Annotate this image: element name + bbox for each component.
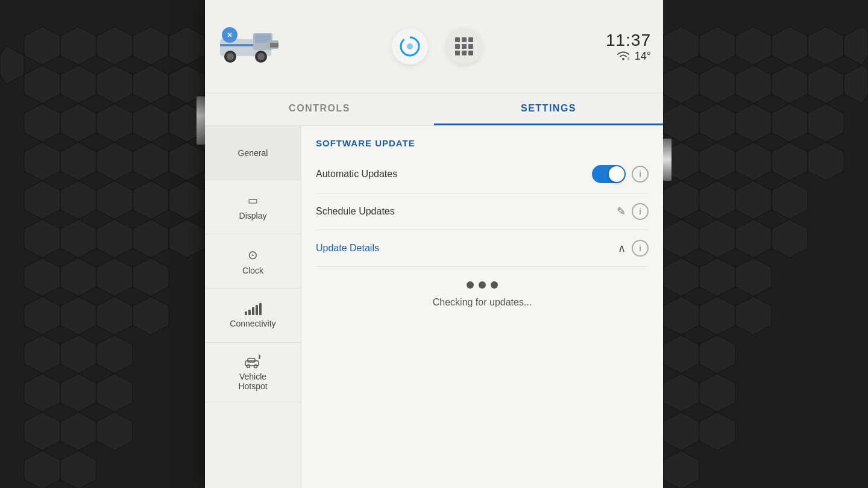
- sidebar-item-hotspot-label: VehicleHotspot: [238, 372, 267, 391]
- tabs: CONTROLS SETTINGS: [205, 93, 663, 126]
- main-screen: ×: [205, 0, 663, 488]
- temperature-display: 14°: [635, 50, 651, 63]
- left-vent-panel: [0, 0, 205, 488]
- tab-controls[interactable]: CONTROLS: [205, 93, 434, 125]
- clock-icon: ⊙: [248, 248, 258, 262]
- schedule-updates-row: Schedule Updates ✎ i: [316, 193, 649, 230]
- sidebar-item-vehicle-hotspot[interactable]: VehicleHotspot: [205, 343, 301, 402]
- svg-rect-51: [197, 96, 205, 145]
- section-title: SOFTWARE UPDATE: [316, 138, 649, 148]
- schedule-updates-label: Schedule Updates: [316, 206, 611, 217]
- grid-menu-button[interactable]: [446, 28, 482, 64]
- sidebar-item-general[interactable]: General: [205, 126, 301, 180]
- svg-point-67: [622, 58, 624, 60]
- vehicle-icon: ×: [217, 22, 283, 70]
- toggle-knob: [609, 166, 624, 182]
- top-bar: ×: [205, 0, 663, 93]
- svg-point-72: [254, 365, 257, 368]
- info-icon-2: i: [639, 207, 641, 216]
- dot-1: [467, 281, 474, 289]
- schedule-updates-info-button[interactable]: i: [632, 203, 649, 220]
- info-icon: i: [639, 169, 641, 179]
- connectivity-icon: [245, 303, 262, 315]
- close-button[interactable]: ×: [222, 27, 237, 43]
- update-details-info-button[interactable]: i: [632, 240, 649, 257]
- svg-point-66: [407, 43, 413, 49]
- sidebar-item-display-label: Display: [239, 211, 267, 221]
- update-details-chevron-icon: ∧: [618, 242, 626, 255]
- automatic-updates-toggle[interactable]: [592, 165, 626, 183]
- display-icon: ▭: [248, 194, 258, 207]
- sidebar: General ▭ Display ⊙ Clock: [205, 126, 301, 488]
- status-row: 14°: [617, 50, 651, 63]
- wifi-icon: [617, 51, 630, 61]
- automatic-updates-label: Automatic Updates: [316, 169, 586, 180]
- svg-point-57: [227, 53, 234, 60]
- svg-rect-60: [220, 44, 253, 46]
- sidebar-item-clock-label: Clock: [242, 266, 263, 275]
- right-vent-panel: [663, 0, 868, 488]
- dot-3: [491, 281, 498, 289]
- info-icon-3: i: [639, 243, 641, 253]
- checking-text: Checking for updates...: [433, 297, 532, 308]
- grid-dots-icon: [455, 37, 473, 55]
- content-area: General ▭ Display ⊙ Clock: [205, 126, 663, 488]
- svg-point-59: [257, 53, 265, 60]
- sidebar-item-clock[interactable]: ⊙ Clock: [205, 234, 301, 289]
- sidebar-item-connectivity[interactable]: Connectivity: [205, 289, 301, 343]
- dot-2: [479, 281, 486, 289]
- update-details-label: Update Details: [316, 243, 612, 254]
- svg-point-71: [247, 365, 250, 368]
- svg-point-73: [259, 358, 260, 359]
- update-details-row[interactable]: Update Details ∧ i: [316, 230, 649, 267]
- loading-dots: [467, 281, 498, 289]
- time-display: 11:37: [606, 31, 651, 50]
- top-right-info: 11:37 14°: [591, 31, 651, 63]
- checking-area: Checking for updates...: [316, 267, 649, 322]
- sidebar-item-connectivity-label: Connectivity: [230, 319, 275, 328]
- tab-settings[interactable]: SETTINGS: [434, 93, 663, 125]
- svg-rect-70: [248, 358, 255, 362]
- sidebar-item-general-label: General: [238, 148, 268, 158]
- alexa-button[interactable]: [392, 28, 428, 64]
- svg-rect-118: [663, 139, 671, 181]
- main-panel: SOFTWARE UPDATE Automatic Updates i Sche…: [301, 126, 663, 488]
- automatic-updates-info-button[interactable]: i: [632, 166, 649, 183]
- hotspot-icon: [244, 354, 262, 368]
- top-center-controls: [283, 28, 591, 64]
- sidebar-item-display[interactable]: ▭ Display: [205, 180, 301, 234]
- automatic-updates-row: Automatic Updates i: [316, 155, 649, 193]
- svg-rect-68: [627, 57, 629, 60]
- schedule-updates-edit-button[interactable]: ✎: [617, 205, 626, 218]
